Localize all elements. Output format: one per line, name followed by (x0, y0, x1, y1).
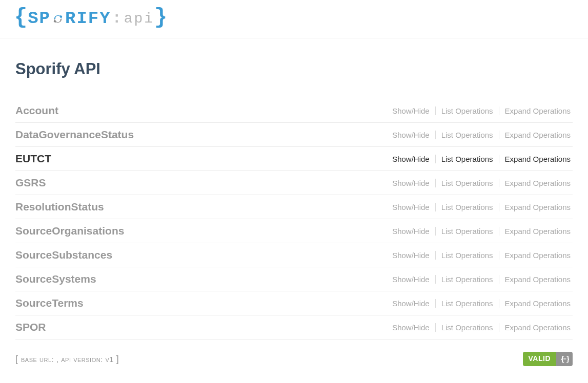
list-operations-link[interactable]: List Operations (436, 179, 499, 187)
list-operations-link[interactable]: List Operations (436, 131, 499, 139)
expand-operations-link[interactable]: Expand Operations (499, 323, 571, 332)
list-operations-link[interactable]: List Operations (436, 203, 499, 211)
api-version-value: v1 (106, 355, 114, 364)
logo-colon: : (112, 10, 122, 27)
list-operations-link[interactable]: List Operations (436, 299, 499, 308)
logo-api-text: api (124, 11, 154, 27)
expand-operations-link[interactable]: Expand Operations (499, 131, 571, 139)
resource-row: GSRSShow/HideList OperationsExpand Opera… (15, 171, 573, 195)
expand-operations-link[interactable]: Expand Operations (499, 107, 571, 115)
resource-name[interactable]: EUTCT (15, 153, 51, 165)
resource-row: AccountShow/HideList OperationsExpand Op… (15, 99, 573, 123)
json-icon: { } (556, 352, 573, 366)
logo-brand-right: RIFY (65, 9, 111, 28)
resource-name[interactable]: SourceOrganisations (15, 225, 124, 237)
show-hide-link[interactable]: Show/Hide (387, 155, 436, 163)
svg-point-1 (563, 358, 564, 359)
resource-row: SourceOrganisationsShow/HideList Operati… (15, 219, 573, 243)
expand-operations-link[interactable]: Expand Operations (499, 155, 571, 163)
header: { SP RIFY : api } (0, 0, 588, 38)
show-hide-link[interactable]: Show/Hide (387, 299, 436, 308)
resource-row: SPORShow/HideList OperationsExpand Opera… (15, 315, 573, 339)
list-operations-link[interactable]: List Operations (436, 251, 499, 260)
resource-name[interactable]: ResolutionStatus (15, 201, 104, 213)
main-content: Sporify API AccountShow/HideList Operati… (0, 60, 588, 381)
resource-name[interactable]: DataGovernanceStatus (15, 129, 134, 141)
svg-text:}: } (566, 355, 569, 363)
resource-name[interactable]: SourceSubstances (15, 249, 112, 261)
show-hide-link[interactable]: Show/Hide (387, 275, 436, 284)
resource-row: DataGovernanceStatusShow/HideList Operat… (15, 123, 573, 147)
resource-row: SourceTermsShow/HideList OperationsExpan… (15, 291, 573, 315)
resource-actions: Show/HideList OperationsExpand Operation… (387, 107, 571, 115)
resource-name[interactable]: SourceSystems (15, 273, 96, 285)
list-operations-link[interactable]: List Operations (436, 107, 499, 115)
resource-row: SourceSubstancesShow/HideList Operations… (15, 243, 573, 267)
resource-name[interactable]: GSRS (15, 177, 46, 189)
resource-actions: Show/HideList OperationsExpand Operation… (387, 299, 571, 308)
show-hide-link[interactable]: Show/Hide (387, 107, 436, 115)
resource-row: ResolutionStatusShow/HideList Operations… (15, 195, 573, 219)
close-brace: } (154, 5, 168, 30)
resource-name[interactable]: Account (15, 104, 58, 117)
expand-operations-link[interactable]: Expand Operations (499, 227, 571, 236)
list-operations-link[interactable]: List Operations (436, 155, 499, 163)
resource-actions: Show/HideList OperationsExpand Operation… (387, 227, 571, 236)
resource-name[interactable]: SPOR (15, 321, 46, 333)
list-operations-link[interactable]: List Operations (436, 227, 499, 236)
resource-row: SourceSystemsShow/HideList OperationsExp… (15, 267, 573, 291)
expand-operations-link[interactable]: Expand Operations (499, 203, 571, 211)
resource-actions: Show/HideList OperationsExpand Operation… (387, 251, 571, 260)
show-hide-link[interactable]: Show/Hide (387, 203, 436, 211)
resource-actions: Show/HideList OperationsExpand Operation… (387, 131, 571, 139)
resource-actions: Show/HideList OperationsExpand Operation… (387, 323, 571, 332)
resource-row: EUTCTShow/HideList OperationsExpand Oper… (15, 147, 573, 171)
resource-actions: Show/HideList OperationsExpand Operation… (387, 275, 571, 284)
show-hide-link[interactable]: Show/Hide (387, 323, 436, 332)
resource-actions: Show/HideList OperationsExpand Operation… (387, 179, 571, 187)
footer-row: [ BASE URL: , API VERSION: v1 ] VALID { … (15, 352, 573, 366)
list-operations-link[interactable]: List Operations (436, 275, 499, 284)
show-hide-link[interactable]: Show/Hide (387, 131, 436, 139)
show-hide-link[interactable]: Show/Hide (387, 227, 436, 236)
expand-operations-link[interactable]: Expand Operations (499, 299, 571, 308)
list-operations-link[interactable]: List Operations (436, 323, 499, 332)
logo[interactable]: { SP RIFY : api } (14, 6, 168, 31)
show-hide-link[interactable]: Show/Hide (387, 251, 436, 260)
refresh-icon (52, 13, 64, 25)
expand-operations-link[interactable]: Expand Operations (499, 179, 571, 187)
resources-list: AccountShow/HideList OperationsExpand Op… (15, 99, 573, 339)
base-url-label: BASE URL (21, 355, 52, 364)
base-info: [ BASE URL: , API VERSION: v1 ] (15, 354, 119, 365)
page-title: Sporify API (15, 60, 573, 78)
resource-name[interactable]: SourceTerms (15, 297, 84, 309)
expand-operations-link[interactable]: Expand Operations (499, 251, 571, 260)
valid-label: VALID (523, 352, 556, 366)
validator-badge[interactable]: VALID { } (523, 352, 573, 366)
resource-actions: Show/HideList OperationsExpand Operation… (387, 155, 571, 163)
logo-brand-left: SP (28, 9, 51, 28)
open-brace: { (14, 5, 28, 30)
resource-actions: Show/HideList OperationsExpand Operation… (387, 203, 571, 211)
show-hide-link[interactable]: Show/Hide (387, 179, 436, 187)
svg-point-2 (564, 358, 565, 359)
expand-operations-link[interactable]: Expand Operations (499, 275, 571, 284)
api-version-label: API VERSION (61, 355, 100, 364)
